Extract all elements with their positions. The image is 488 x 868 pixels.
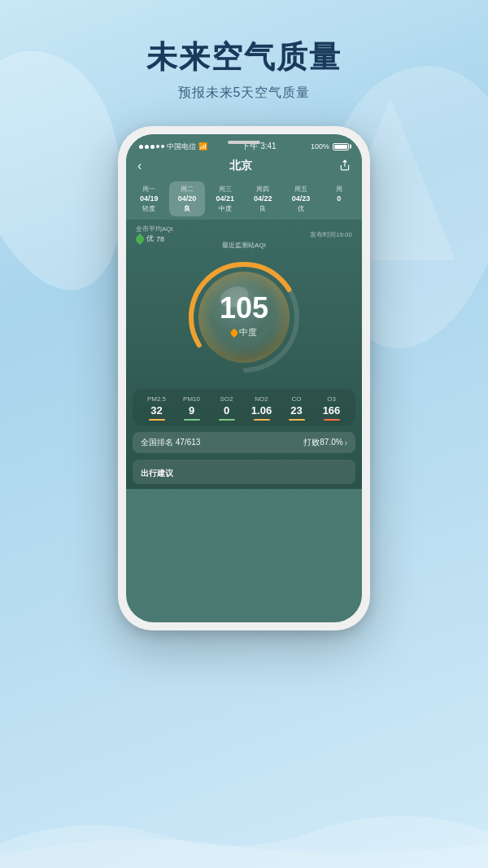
pollutant-bar-co	[289, 419, 305, 421]
pollutant-name-o3: O3	[314, 395, 349, 403]
pollutant-pm10: PM10 9	[174, 395, 209, 421]
phone-screen: 中国电信 📶 下午 3:41 100% ‹ 北京	[126, 134, 362, 622]
week-label-1: 周二	[171, 185, 204, 194]
gauge-container: 最近监测站AQI	[126, 246, 362, 386]
chevron-icon: ›	[345, 438, 347, 447]
pollutant-bar-no2	[254, 419, 270, 421]
gauge-center: 105 中度	[220, 294, 268, 338]
header-section: 未来空气质量 预报未来5天空气质量	[0, 0, 488, 102]
pollutant-name-no2: NO2	[244, 395, 279, 403]
phone-wrapper: 中国电信 📶 下午 3:41 100% ‹ 北京	[0, 126, 488, 630]
pollutant-name-pm25: PM2.5	[139, 395, 174, 403]
pollutant-bar-o3	[324, 419, 340, 421]
mountain-svg	[0, 803, 488, 868]
city-avg-left: 全市平均AQI 优 78	[136, 225, 173, 244]
pollutant-bar-pm25	[149, 419, 165, 421]
day-tab-1[interactable]: 周二 04/20 良	[169, 181, 206, 216]
city-avg-value: 优 78	[136, 233, 173, 244]
quality-label-3: 良	[246, 204, 280, 213]
pollutant-value-so2: 0	[209, 404, 244, 417]
share-button[interactable]	[339, 159, 351, 173]
pollutant-value-co: 23	[279, 404, 314, 417]
page-subtitle: 预报未来5天空气质量	[0, 85, 488, 102]
gauge-number: 105	[220, 294, 268, 323]
gauge-label: 最近监测站AQI	[222, 241, 266, 250]
nav-title: 北京	[229, 159, 252, 173]
advice-row: 出行建议	[133, 460, 355, 484]
pollutant-bar-so2	[219, 419, 235, 421]
back-button[interactable]: ‹	[137, 159, 142, 173]
pollutant-pm25: PM2.5 32	[139, 395, 174, 421]
wifi-icon: 📶	[198, 142, 207, 150]
quality-label-1: 良	[171, 204, 204, 213]
gauge-quality-text: 中度	[239, 326, 257, 338]
gauge-quality: 中度	[220, 326, 268, 338]
city-avg-quality: 优	[146, 233, 154, 244]
ranking-prefix: 全国排名	[141, 438, 173, 447]
phone-outer: 中国电信 📶 下午 3:41 100% ‹ 北京	[118, 126, 370, 630]
leaf-icon-green	[134, 233, 146, 244]
pollutant-value-pm10: 9	[174, 404, 209, 417]
date-label-0: 04/19	[133, 194, 166, 203]
date-label-4: 04/23	[285, 194, 318, 203]
pollutant-co: CO 23	[279, 395, 314, 421]
pollutant-name-so2: SO2	[209, 395, 244, 403]
carrier-info: 中国电信 📶	[139, 142, 207, 152]
bottom-decoration	[0, 803, 488, 868]
status-right: 100%	[311, 142, 349, 150]
week-label-4: 周五	[285, 185, 318, 194]
signal-dots	[139, 145, 164, 149]
pollutant-bar-pm10	[184, 419, 200, 421]
ranking-row[interactable]: 全国排名 47/613 打败87.0% ›	[133, 432, 355, 453]
day-tab-2[interactable]: 周三 04/21 中度	[207, 181, 243, 216]
status-bar: 中国电信 📶 下午 3:41 100%	[126, 134, 362, 155]
signal-dot-2	[145, 145, 149, 149]
date-label-5: 0	[322, 194, 355, 203]
date-label-3: 04/22	[246, 194, 280, 203]
week-label-2: 周三	[208, 185, 242, 194]
battery-fill	[334, 145, 347, 149]
ranking-right: 打败87.0% ›	[303, 437, 347, 448]
page-title: 未来空气质量	[0, 37, 488, 78]
advice-label: 出行建议	[141, 469, 173, 478]
pollutant-value-no2: 1.06	[244, 404, 279, 417]
week-label-0: 周一	[133, 185, 166, 194]
city-avg-num: 78	[156, 235, 164, 243]
pollutants-row: PM2.5 32 PM10 9 SO2 0 N	[133, 389, 355, 425]
beat-label: 打败87.0%	[303, 437, 342, 448]
quality-label-0: 轻度	[133, 204, 166, 213]
carrier-name: 中国电信	[167, 142, 196, 152]
signal-dot-1	[139, 145, 143, 149]
pollutant-value-pm25: 32	[139, 404, 174, 417]
quality-label-2: 中度	[208, 204, 242, 213]
date-label-1: 04/20	[171, 194, 204, 203]
day-tab-3[interactable]: 周四 04/22 良	[245, 181, 281, 216]
publish-time: 发布时间19:00	[310, 230, 352, 239]
day-tabs: 周一 04/19 轻度 周二 04/20 良 周三 04/21 中度 周四 04…	[126, 178, 362, 220]
pollutant-so2: SO2 0	[209, 395, 244, 421]
week-label-5: 周	[322, 185, 355, 194]
pollutant-no2: NO2 1.06	[244, 395, 279, 421]
signal-dot-4	[156, 145, 159, 148]
date-label-2: 04/21	[208, 194, 242, 203]
leaf-icon-orange	[229, 328, 238, 337]
pollutant-name-pm10: PM10	[174, 395, 209, 403]
ranking-value: 47/613	[176, 438, 201, 447]
city-avg-label: 全市平均AQI	[136, 225, 173, 233]
signal-dot-5	[161, 145, 164, 148]
battery-icon	[333, 143, 349, 150]
gauge-wrapper: 最近监测站AQI	[179, 252, 309, 382]
pollutant-name-co: CO	[279, 395, 314, 403]
day-tab-0[interactable]: 周一 04/19 轻度	[131, 181, 168, 216]
phone-notch	[228, 141, 260, 144]
pollutant-value-o3: 166	[314, 404, 349, 417]
nav-bar: ‹ 北京	[126, 155, 362, 178]
pollutant-o3: O3 166	[314, 395, 349, 421]
week-label-3: 周四	[246, 185, 280, 194]
quality-label-4: 优	[285, 204, 318, 213]
day-tab-4[interactable]: 周五 04/23 优	[283, 181, 320, 216]
signal-dot-3	[150, 145, 155, 149]
ranking-label: 全国排名 47/613	[141, 437, 200, 448]
day-tab-5[interactable]: 周 0	[320, 181, 357, 216]
aqi-section: 全市平均AQI 优 78 发布时间19:00 最近监测站AQI	[126, 220, 362, 489]
